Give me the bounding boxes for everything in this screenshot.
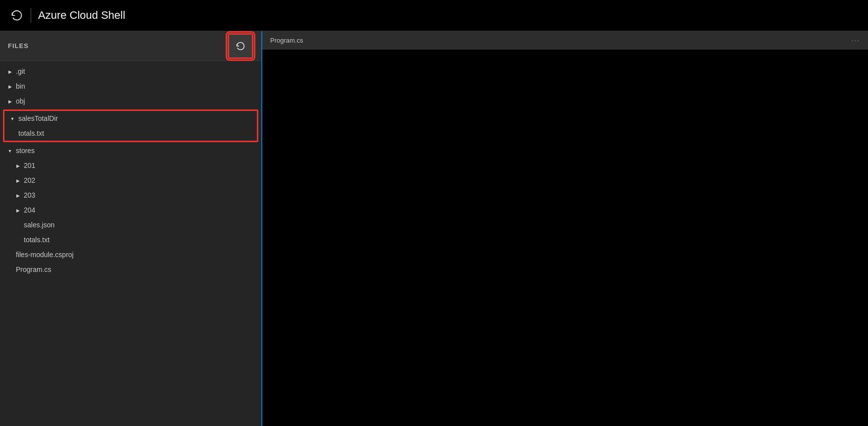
reload-icon <box>10 8 24 22</box>
arrow-down-icon <box>6 147 14 155</box>
tree-item-totals-inner[interactable]: totals.txt <box>4 126 257 141</box>
arrow-placeholder <box>8 129 16 137</box>
files-label: FILES <box>8 42 29 50</box>
editor-tab-program-cs[interactable]: Program.cs <box>270 37 303 44</box>
tree-item-totals-txt[interactable]: totals.txt <box>0 232 261 247</box>
arrow-icon <box>6 67 14 75</box>
tree-item-204[interactable]: 204 <box>0 203 261 217</box>
tree-item-label: 203 <box>24 191 261 199</box>
titlebar: Azure Cloud Shell <box>0 0 868 31</box>
arrow-right-icon <box>14 161 22 169</box>
highlight-group-salestotaldir: salesTotalDir totals.txt <box>3 109 258 142</box>
tree-item-label: bin <box>16 82 261 90</box>
arrow-right-icon <box>14 191 22 199</box>
tree-item-obj[interactable]: obj <box>0 94 261 108</box>
tree-item-label: totals.txt <box>24 236 261 244</box>
tree-item-label: totals.txt <box>18 129 257 137</box>
tree-item-label: 201 <box>24 161 261 169</box>
arrow-icon <box>6 82 14 90</box>
sidebar-header: FILES <box>0 31 261 61</box>
tree-item-203[interactable]: 203 <box>0 188 261 203</box>
tree-item-label: 204 <box>24 206 261 214</box>
file-tree: .git bin obj salesTotalDir tota <box>0 61 261 426</box>
arrow-right-icon <box>14 206 22 214</box>
main-content: FILES .git bin obj <box>0 31 868 426</box>
tree-item-stores[interactable]: stores <box>0 143 261 158</box>
arrow-placeholder <box>14 236 22 244</box>
editor-more-options[interactable]: ··· <box>851 36 860 44</box>
titlebar-separator <box>31 8 31 23</box>
refresh-button[interactable] <box>228 33 253 59</box>
editor-area: Program.cs ··· <box>262 31 868 426</box>
tree-item-label: stores <box>16 147 261 155</box>
tree-item-program-cs[interactable]: Program.cs <box>0 262 261 277</box>
arrow-placeholder <box>6 251 14 259</box>
tree-item-label: salesTotalDir <box>18 114 257 122</box>
tree-item-label: Program.cs <box>16 266 261 273</box>
arrow-right-icon <box>14 176 22 184</box>
tree-item-git[interactable]: .git <box>0 64 261 79</box>
arrow-placeholder <box>6 266 14 273</box>
tree-item-label: obj <box>16 97 261 105</box>
app-title: Azure Cloud Shell <box>38 9 125 22</box>
arrow-down-icon <box>8 114 16 122</box>
refresh-icon <box>235 41 246 52</box>
tree-item-202[interactable]: 202 <box>0 173 261 188</box>
arrow-icon <box>6 97 14 105</box>
tree-item-label: .git <box>16 67 261 75</box>
tree-item-label: 202 <box>24 176 261 184</box>
tree-item-salestotaldir[interactable]: salesTotalDir <box>4 111 257 126</box>
arrow-placeholder <box>14 221 22 229</box>
tree-item-bin[interactable]: bin <box>0 79 261 94</box>
tree-item-label: files-module.csproj <box>16 251 261 259</box>
tree-item-sales-json[interactable]: sales.json <box>0 217 261 232</box>
tree-item-files-module[interactable]: files-module.csproj <box>0 247 261 262</box>
tree-item-201[interactable]: 201 <box>0 158 261 173</box>
editor-content <box>262 50 868 426</box>
editor-tab-bar: Program.cs ··· <box>262 31 868 50</box>
sidebar: FILES .git bin obj <box>0 31 262 426</box>
tree-item-label: sales.json <box>24 221 261 229</box>
